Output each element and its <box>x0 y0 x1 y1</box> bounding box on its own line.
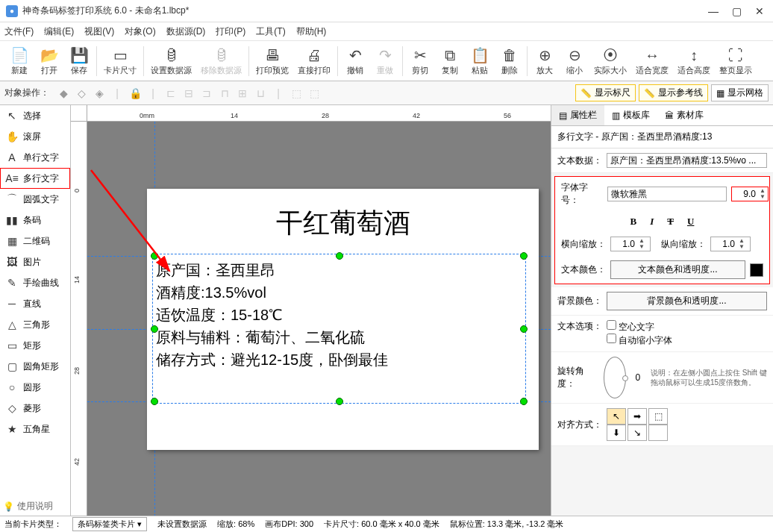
align-mid-icon[interactable]: ⊞ <box>234 85 251 101</box>
toolbar-paste-button[interactable]: 📋粘贴 <box>465 44 495 78</box>
resize-handle-nw[interactable] <box>151 252 158 260</box>
toolbar-save-button[interactable]: 💾保存 <box>64 44 94 78</box>
ruler-horizontal: 0mm14284256 <box>87 105 551 122</box>
toolbar-z1-button[interactable]: ⦿实际大小 <box>589 44 631 78</box>
menu-item[interactable]: 对象(O) <box>125 25 155 38</box>
dist-h-icon[interactable]: ⬚ <box>288 85 304 101</box>
close-button[interactable]: ✕ <box>755 5 764 17</box>
align-top-icon[interactable]: ⊓ <box>216 85 233 101</box>
tool-多行文字[interactable]: A≡多行文字 <box>0 168 70 189</box>
toggle-显示参考线[interactable]: 📏显示参考线 <box>639 84 708 101</box>
text-color-button[interactable]: 文本颜色和透明度... <box>610 260 745 279</box>
resize-handle-sw[interactable] <box>151 398 158 405</box>
canvas-area[interactable]: 0mm14284256 0142842 干红葡萄酒 原产国：圣西里昂酒精度:13… <box>71 105 551 520</box>
tool-选择[interactable]: ↖选择 <box>0 105 70 126</box>
menu-item[interactable]: 编辑(E) <box>44 25 74 38</box>
font-name-select[interactable] <box>607 187 727 201</box>
align-center-icon[interactable]: ⊟ <box>181 85 197 101</box>
lock-icon[interactable]: 🔒 <box>127 85 143 101</box>
align-tc[interactable]: ➡ <box>628 408 647 425</box>
bold-button[interactable]: B <box>630 216 637 228</box>
toolbar-zfh-button[interactable]: ↕适合高度 <box>673 44 715 78</box>
resize-handle-e[interactable] <box>520 325 528 333</box>
tool-滚屏[interactable]: ✋滚屏 <box>0 126 70 147</box>
status-card-type[interactable]: 条码标签类卡片 ▾ <box>72 517 147 531</box>
toolbar-zout-button[interactable]: ⊖缩小 <box>560 44 589 78</box>
multiline-text-object[interactable]: 原产国：圣西里昂酒精度:13.5%vol适饮温度：15-18℃原料与辅料：葡萄汁… <box>154 256 524 401</box>
toolbar-undo-button[interactable]: ↶撤销 <box>340 44 370 78</box>
rotation-dial[interactable] <box>604 357 626 398</box>
autoshrink-checkbox[interactable]: 自动缩小字体 <box>607 335 672 345</box>
resize-handle-ne[interactable] <box>520 252 528 260</box>
help-link[interactable]: 💡 使用说明 <box>3 500 53 513</box>
toggle-显示标尺[interactable]: 📏显示标尺 <box>575 84 636 101</box>
text-color-swatch[interactable] <box>750 263 763 277</box>
underline-button[interactable]: U <box>687 216 694 228</box>
align-left-icon[interactable]: ⊏ <box>163 85 179 101</box>
menu-item[interactable]: 文件(F) <box>4 25 34 38</box>
tool-三角形[interactable]: △三角形 <box>0 314 70 335</box>
panel-tab-0[interactable]: ▤属性栏 <box>551 105 604 125</box>
minimize-button[interactable]: — <box>708 5 719 17</box>
panel-tab-2[interactable]: 🏛素材库 <box>657 105 711 125</box>
tool-二维码[interactable]: ▦二维码 <box>0 231 70 251</box>
menu-item[interactable]: 数据源(D) <box>166 25 206 38</box>
align-tl[interactable]: ↖ <box>607 408 626 425</box>
italic-button[interactable]: I <box>650 216 654 228</box>
toolbar-preview-button[interactable]: 🖶打印预览 <box>251 44 293 78</box>
tool-直线[interactable]: ─直线 <box>0 293 70 314</box>
resize-handle-s[interactable] <box>336 398 343 405</box>
align-bot-icon[interactable]: ⊔ <box>252 85 269 101</box>
toolbar-db-button[interactable]: 🛢设置数据源 <box>146 44 196 78</box>
tool-圆形[interactable]: ○圆形 <box>0 377 70 398</box>
toolbar-print-button[interactable]: 🖨直接打印 <box>293 44 335 78</box>
main-toolbar: 📄新建📂打开💾保存▭卡片尺寸🛢设置数据源🛢移除数据源🖶打印预览🖨直接打印↶撤销↷… <box>0 40 773 81</box>
toolbar-cut-button[interactable]: ✂剪切 <box>405 44 435 78</box>
toolbar-size-button[interactable]: ▭卡片尺寸 <box>99 44 141 78</box>
tool-图片[interactable]: 🖼图片 <box>0 251 70 272</box>
tool-圆角矩形[interactable]: ▢圆角矩形 <box>0 356 70 377</box>
toolbar-zfw-button[interactable]: ↔适合宽度 <box>631 44 673 78</box>
menu-item[interactable]: 打印(P) <box>216 25 245 38</box>
menu-item[interactable]: 帮助(H) <box>296 25 327 38</box>
align-right-icon[interactable]: ⊐ <box>198 85 215 101</box>
text-data-input[interactable] <box>607 153 767 168</box>
hscale-input[interactable]: ▲▼ <box>610 237 651 251</box>
maximize-button[interactable]: ▢ <box>732 5 742 17</box>
toggle-显示网格[interactable]: ▦显示网格 <box>711 84 769 101</box>
panel-tab-1[interactable]: ▥模板库 <box>604 105 657 125</box>
strike-button[interactable]: T <box>667 216 674 228</box>
toolbar-open-button[interactable]: 📂打开 <box>34 44 64 78</box>
tool-手绘曲线[interactable]: ✎手绘曲线 <box>0 272 70 293</box>
toolbar-zfp-button[interactable]: ⛶整页显示 <box>715 44 757 78</box>
label-card[interactable]: 干红葡萄酒 原产国：圣西里昂酒精度:13.5%vol适饮温度：15-18℃原料与… <box>147 189 539 450</box>
dist-v-icon[interactable]: ⬚ <box>306 85 322 101</box>
bg-color-button[interactable]: 背景颜色和透明度... <box>607 292 767 310</box>
toolbar-zin-button[interactable]: ⊕放大 <box>530 44 560 78</box>
resize-handle-se[interactable] <box>520 398 528 405</box>
menu-item[interactable]: 工具(T) <box>256 25 285 38</box>
resize-handle-w[interactable] <box>151 325 158 333</box>
align-ml[interactable]: ⬇ <box>607 425 626 441</box>
menu-item[interactable]: 视图(V) <box>84 25 114 38</box>
tool-五角星[interactable]: ★五角星 <box>0 419 70 439</box>
tool-矩形[interactable]: ▭矩形 <box>0 335 70 356</box>
align-tr[interactable]: ⬚ <box>648 408 668 425</box>
align-mc[interactable]: ↘ <box>628 425 647 441</box>
tool-圆弧文字[interactable]: ⌒圆弧文字 <box>0 189 70 210</box>
card-heading[interactable]: 干红葡萄酒 <box>147 189 539 242</box>
tool-单行文字[interactable]: A单行文字 <box>0 147 70 168</box>
layer-icon-3[interactable]: ◈ <box>91 85 107 101</box>
align-mr[interactable] <box>648 425 668 441</box>
toolbar-del-button[interactable]: 🗑删除 <box>495 44 525 78</box>
font-size-input[interactable]: ▲▼ <box>731 187 769 201</box>
layer-icon[interactable]: ◆ <box>55 85 72 101</box>
toolbar-copy-button[interactable]: ⧉复制 <box>435 44 465 78</box>
layer-icon-2[interactable]: ◇ <box>73 85 90 101</box>
hollow-text-checkbox[interactable]: 空心文字 <box>607 322 654 332</box>
toolbar-file-button[interactable]: 📄新建 <box>4 44 34 78</box>
resize-handle-n[interactable] <box>336 252 343 260</box>
vscale-input[interactable]: ▲▼ <box>710 237 751 251</box>
tool-菱形[interactable]: ◇菱形 <box>0 398 70 419</box>
tool-条码[interactable]: ▮▮条码 <box>0 210 70 231</box>
